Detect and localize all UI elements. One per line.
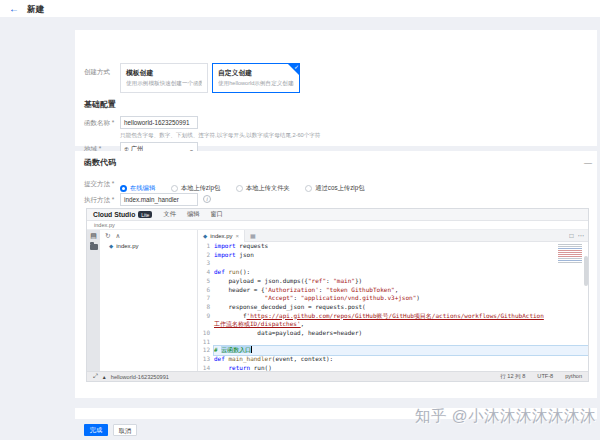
code-line: 8 response_decoded_json = requests.post( [198,303,588,312]
code-line: 13def main_handler(event, context): [198,355,588,364]
radio-dot [171,185,178,192]
editor-tabbar: ◆ index.py × ▦ □ ⋯ [198,230,588,242]
close-tab-icon[interactable]: × [236,233,240,239]
code-line: 7 "Accept": "application/vnd.github.v3+j… [198,294,588,303]
custom-create-desc: 使用helloworld示例自定义创建函数 [218,80,294,88]
menu-window[interactable]: 窗口 [211,210,224,219]
cancel-button[interactable]: 取消 [113,424,137,436]
editor-breadcrumb: index.py [87,221,588,230]
refresh-icon[interactable]: ↻ [105,232,110,240]
collapse-all-icon[interactable]: ∧ [115,232,120,240]
line-number: 11 [198,338,214,347]
line-number: 14 [198,364,214,371]
function-name-label: 函数名称 * [84,119,114,128]
tab-indexpy[interactable]: ◆ index.py × [198,230,245,242]
python-file-icon: ◆ [203,233,207,239]
code-line: 3 [198,259,588,268]
radio-dot [236,185,243,192]
line-number: 4 [198,268,214,277]
more-actions-icon[interactable]: ⋯ [578,232,585,240]
info-icon[interactable]: i [203,195,211,203]
editor-statusbar: ⤢ ▲ helloworld-1623250991 行 12 列 8 UTF-8… [87,371,588,381]
menu-edit[interactable]: 编辑 [187,210,200,219]
top-header: ← 新建 [0,0,600,17]
folder-icon[interactable] [90,244,98,250]
editor-grid-icon[interactable]: ▦ [250,232,256,239]
basic-config-title: 基础配置 [84,99,116,110]
template-create-title: 模板创建 [126,68,202,78]
radio-upload-zip[interactable]: 本地上传zip包 [171,184,221,193]
tree-item-label: index.py [116,243,138,249]
radio-label: 在线编辑 [130,184,155,193]
custom-create-title: 自定义创建 [218,68,294,78]
editor-menubar: Cloud Studio Lite 文件 编辑 窗口 [87,209,588,221]
radio-dot [305,185,312,192]
submit-method-label: 提交方法 * [84,180,114,189]
code-line: 11 [198,338,588,347]
status-cursor-position[interactable]: 行 12 列 8 [500,373,525,381]
handler-input[interactable]: index.main_handler [120,193,198,206]
line-number: 6 [198,286,214,295]
status-function-name: helloworld-1623250991 [111,374,169,380]
line-number: 8 [198,303,214,312]
code-line: 10 data=payload, headers=header) [198,329,588,338]
code-line: 12# 云函数入口 [198,346,588,355]
line-number: 13 [198,355,214,364]
files-view-icon[interactable]: ▤ [90,232,97,240]
radio-online-edit[interactable]: 在线编辑 [120,184,155,193]
function-name-input[interactable]: helloworld-1623250991 [120,116,198,129]
cloud-studio-editor: Cloud Studio Lite 文件 编辑 窗口 index.py ▤ ↻ … [86,208,589,382]
scrollbar[interactable] [584,256,588,286]
check-icon: ✓ [294,63,299,70]
collapse-section-icon[interactable]: — [584,158,592,167]
minimap[interactable] [558,244,582,264]
split-editor-icon[interactable]: □ [570,232,574,240]
page-title: 新建 [27,4,44,16]
lite-badge: Lite [138,211,152,218]
cloud-studio-brand: Cloud Studio [93,211,135,218]
function-code-title: 函数代码 [84,157,116,168]
line-number: 2 [198,251,214,260]
line-number: 12 [198,346,214,355]
line-number: 9 [198,312,214,329]
menu-file[interactable]: 文件 [163,210,176,219]
radio-label: 通过cos上传zip包 [315,184,364,193]
basic-config-panel: 创建方式 模板创建 使用示例模板快速创建一个函数或应用 自定义创建 使用hell… [75,30,597,146]
function-name-hint: 只能包含字母、数字、下划线、连字符,以字母开头,以数字或字母结尾,2-60个字符 [120,132,320,140]
code-line: 4def run(): [198,268,588,277]
code-area[interactable]: 1import requests2import json34def run():… [198,242,588,371]
status-encoding[interactable]: UTF-8 [537,373,553,381]
handler-label: 执行方法 * [84,196,114,205]
radio-label: 本地上传zip包 [181,184,221,193]
code-line: 5 payload = json.dumps({"ref": "main"}) [198,277,588,286]
line-number: 3 [198,259,214,268]
status-language[interactable]: python [565,373,582,381]
create-method-label: 创建方式 [84,68,110,77]
code-line: 14 return run() [198,364,588,371]
python-file-icon: ◆ [109,243,113,249]
tab-label: index.py [210,233,232,239]
template-create-card[interactable]: 模板创建 使用示例模板快速创建一个函数或应用 [120,63,208,93]
template-create-desc: 使用示例模板快速创建一个函数或应用 [126,80,202,88]
code-line: 2import json [198,251,588,260]
code-line: 9 f'https://api.github.com/repos/GitHub账… [198,312,588,329]
custom-create-card[interactable]: 自定义创建 使用helloworld示例自定义创建函数 ✓ [212,63,300,93]
radio-cos-zip[interactable]: 通过cos上传zip包 [305,184,364,193]
line-number: 1 [198,242,214,251]
line-number: 10 [198,329,214,338]
expand-icon[interactable]: ⤢ [93,373,98,380]
confirm-button[interactable]: 完成 [84,424,108,436]
radio-dot [120,185,127,192]
activity-bar: ▤ [87,230,100,371]
code-line: 1import requests [198,242,588,251]
line-number: 5 [198,277,214,286]
radio-upload-folder[interactable]: 本地上传文件夹 [236,184,290,193]
code-line: 6 header = {'Authorization': "token Gith… [198,286,588,295]
line-number: 7 [198,294,214,303]
function-icon: ▲ [102,374,107,380]
radio-label: 本地上传文件夹 [246,184,290,193]
back-icon[interactable]: ← [9,3,19,14]
file-explorer: ↻ ∧ ◆ index.py [100,230,198,371]
watermark: 知乎 @小沐沐沐沐沐沐沐 [415,406,596,427]
tree-item-indexpy[interactable]: ◆ index.py [100,241,197,251]
